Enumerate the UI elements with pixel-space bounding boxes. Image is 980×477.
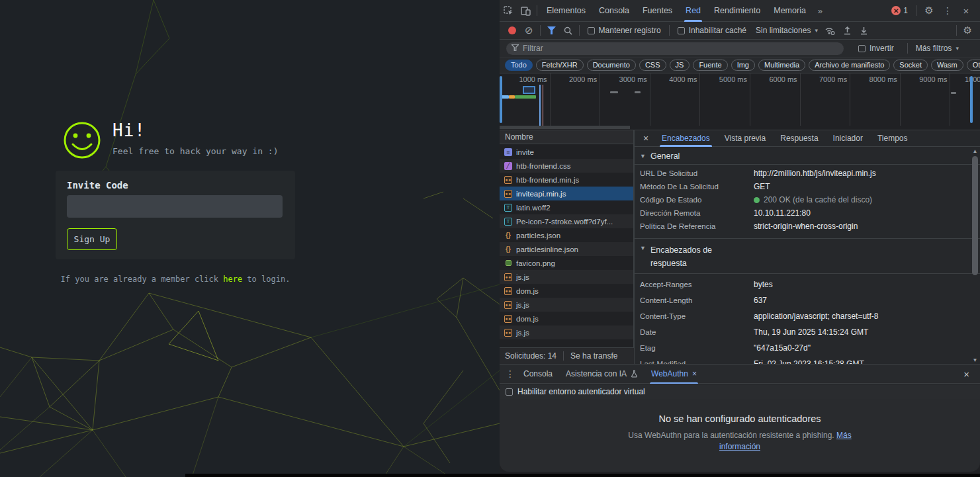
filter-chip-img[interactable]: Img: [731, 60, 755, 71]
disable-cache-option[interactable]: Inhabilitar caché: [678, 26, 746, 35]
network-settings-gear-icon[interactable]: ⚙: [963, 24, 972, 36]
overview-right-handle[interactable]: [970, 76, 973, 123]
triangle-down-icon: ▼: [640, 153, 646, 159]
device-toolbar-icon[interactable]: [517, 3, 534, 19]
network-request-row[interactable]: ●●js.js: [500, 298, 634, 312]
response-headers-section-header[interactable]: ▼ Encabezados de respuesta: [635, 239, 734, 273]
network-request-row[interactable]: ●●htb-frontend.min.js: [500, 173, 634, 187]
details-tab-tiempos[interactable]: Tiempos: [870, 130, 915, 147]
devtools-tab-memoria[interactable]: Memoria: [767, 0, 813, 22]
header-row: Dirección Remota10.10.11.221:80: [635, 206, 980, 220]
settings-gear-icon[interactable]: ⚙: [920, 3, 938, 19]
filter-chip-js[interactable]: JS: [670, 60, 690, 71]
details-tab-vista-previa[interactable]: Vista previa: [717, 130, 773, 147]
drawer-tab-ai-assistance[interactable]: Asistencia con IA: [559, 364, 645, 384]
preserve-log-option[interactable]: Mantener registro: [588, 26, 661, 35]
webauthn-tab-close-icon[interactable]: ×: [692, 369, 697, 378]
virtual-authenticator-option[interactable]: Habilitar entorno autenticador virtual: [500, 384, 980, 399]
network-conditions-icon[interactable]: [824, 26, 835, 35]
ai-tab-label: Asistencia con IA: [566, 369, 627, 378]
timeline-tick-label: 8000 ms: [869, 75, 897, 83]
filter-input[interactable]: Filtrar: [506, 42, 844, 55]
scroll-down-icon[interactable]: ▼: [971, 357, 979, 363]
network-request-row[interactable]: Tlatin.woff2: [500, 200, 634, 214]
network-request-row[interactable]: ╱htb-frontend.css: [500, 159, 634, 173]
inspect-element-icon[interactable]: [500, 3, 517, 19]
network-status-bar: Solicitudes: 14 Se ha transfe: [500, 347, 634, 364]
devtools-tab-elementos[interactable]: Elementos: [540, 0, 592, 22]
header-name: Código De Estado: [640, 196, 754, 204]
invite-code-input[interactable]: [67, 195, 283, 218]
request-details-panel: × EncabezadosVista previaRespuestaInicia…: [634, 130, 980, 364]
filter-chip-fuente[interactable]: Fuente: [693, 60, 727, 71]
network-request-row[interactable]: ●●dom.js: [500, 284, 634, 298]
requests-column-header[interactable]: Nombre: [500, 130, 634, 144]
drawer-menu-dots-icon[interactable]: ⋮: [504, 369, 517, 379]
record-button[interactable]: [508, 26, 516, 34]
throttling-dropdown[interactable]: Sin limitaciones ▾: [756, 26, 818, 35]
details-scrollbar[interactable]: ▲ ▼: [971, 148, 979, 363]
request-name: latin.woff2: [516, 204, 551, 212]
funnel-icon: [512, 44, 519, 53]
filter-chip-todo[interactable]: Todo: [505, 60, 533, 71]
load-event-marker: [543, 85, 544, 126]
filter-chip-socket[interactable]: Socket: [893, 60, 928, 71]
drawer-close-icon[interactable]: ×: [963, 369, 976, 380]
error-badge[interactable]: ✕ 1: [891, 6, 908, 15]
disable-cache-checkbox[interactable]: [678, 27, 685, 34]
filter-chip-documento[interactable]: Documento: [587, 60, 636, 71]
virtual-authenticator-checkbox[interactable]: [506, 388, 513, 396]
more-tabs-chevron[interactable]: »: [813, 6, 828, 16]
devtools-tab-fuentes[interactable]: Fuentes: [636, 0, 679, 22]
devtools-tab-consola[interactable]: Consola: [592, 0, 636, 22]
filter-icon[interactable]: [547, 26, 556, 34]
filter-chip-multimedia[interactable]: Multimedia: [758, 60, 805, 71]
details-tab-respuesta[interactable]: Respuesta: [773, 130, 825, 147]
general-section-header[interactable]: ▼ General: [635, 147, 980, 164]
network-request-row[interactable]: favicon.png: [500, 256, 634, 270]
invert-filter-option[interactable]: Invertir: [858, 44, 894, 53]
timeline-gridline: [800, 73, 801, 126]
more-filters-dropdown[interactable]: Más filtros ▾: [916, 44, 959, 53]
sign-up-button[interactable]: Sign Up: [67, 228, 117, 250]
menu-dots-icon[interactable]: ⋮: [939, 3, 956, 19]
network-request-row[interactable]: ●●inviteapi.min.js: [500, 187, 634, 200]
clear-icon[interactable]: ⊘: [525, 24, 533, 36]
network-request-row[interactable]: TPe-icon-7-stroke.woff?d7yf...: [500, 214, 634, 228]
filter-chip-otros[interactable]: Otros: [967, 60, 980, 71]
preserve-log-checkbox[interactable]: [588, 27, 595, 34]
invert-checkbox[interactable]: [858, 45, 866, 52]
devtools-tabs: ElementosConsolaFuentesRedRendimientoMem…: [540, 0, 813, 22]
details-tab-iniciador[interactable]: Iniciador: [826, 130, 870, 147]
devtools-close-icon[interactable]: ×: [958, 3, 975, 19]
network-request-row[interactable]: {}particlesinline.json: [500, 242, 634, 256]
scroll-up-icon[interactable]: ▲: [971, 148, 979, 154]
filter-chip-archivo-de-manifiesto[interactable]: Archivo de manifiesto: [809, 60, 890, 71]
filter-chip-css[interactable]: CSS: [639, 60, 666, 71]
network-request-row[interactable]: ●●js.js: [500, 270, 634, 284]
drawer-tab-console[interactable]: Consola: [517, 364, 559, 384]
scrollbar-thumb[interactable]: [972, 156, 978, 275]
details-close-icon[interactable]: ×: [639, 133, 653, 144]
filter-chip-wasm[interactable]: Wasm: [931, 60, 963, 71]
filter-chip-fetch-xhr[interactable]: Fetch/XHR: [536, 60, 584, 71]
window-bottom-edge: [185, 474, 980, 477]
overview-left-handle[interactable]: [500, 76, 502, 123]
webauthn-empty-text: Usa WebAuthn para la autenticación resis…: [628, 431, 836, 440]
network-request-row[interactable]: ●●dom.js: [500, 312, 634, 325]
request-type-chips: TodoFetch/XHRDocumentoCSSJSFuenteImgMult…: [500, 58, 980, 73]
network-overview-timeline[interactable]: 1000 ms2000 ms3000 ms4000 ms5000 ms6000 …: [500, 73, 980, 126]
overview-scrollbar[interactable]: [500, 126, 630, 129]
network-request-row[interactable]: ≡invite: [500, 145, 634, 159]
devtools-tab-rendimiento[interactable]: Rendimiento: [707, 0, 767, 22]
devtools-tab-red[interactable]: Red: [679, 0, 707, 22]
search-icon[interactable]: [564, 26, 572, 35]
network-request-row[interactable]: {}particles.json: [500, 228, 634, 242]
timeline-gridline: [950, 73, 950, 126]
export-har-icon[interactable]: [860, 26, 868, 35]
network-request-row[interactable]: ●●js.js: [500, 325, 634, 339]
details-tab-encabezados[interactable]: Encabezados: [654, 130, 717, 147]
drawer-tab-webauthn[interactable]: WebAuthn ×: [645, 364, 703, 384]
login-link[interactable]: here: [223, 275, 242, 284]
import-har-icon[interactable]: [843, 26, 852, 35]
